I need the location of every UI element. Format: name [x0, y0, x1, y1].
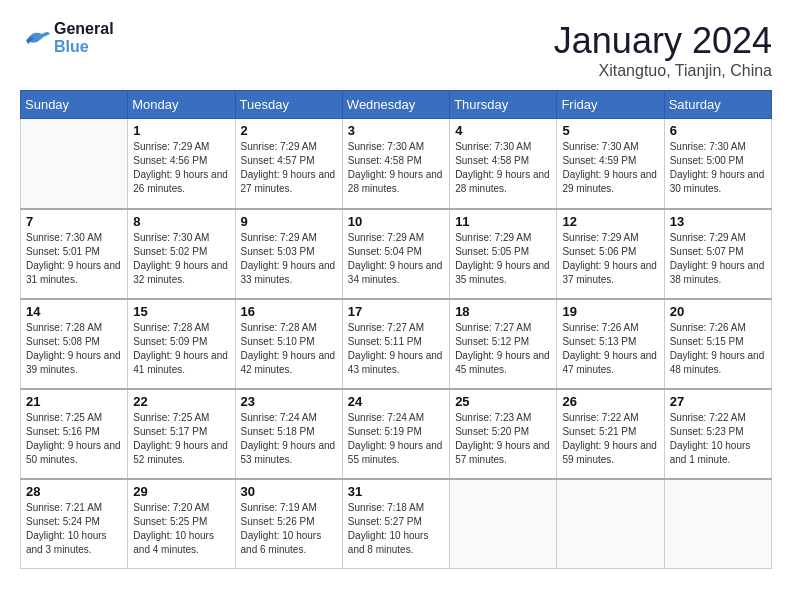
day-number: 31 [348, 484, 444, 499]
day-number: 13 [670, 214, 766, 229]
calendar-day-cell: 9 Sunrise: 7:29 AM Sunset: 5:03 PM Dayli… [235, 209, 342, 299]
day-info: Sunrise: 7:24 AM Sunset: 5:18 PM Dayligh… [241, 411, 337, 467]
day-info: Sunrise: 7:22 AM Sunset: 5:21 PM Dayligh… [562, 411, 658, 467]
weekday-header-row: SundayMondayTuesdayWednesdayThursdayFrid… [21, 91, 772, 119]
day-info: Sunrise: 7:30 AM Sunset: 5:02 PM Dayligh… [133, 231, 229, 287]
calendar-day-cell: 11 Sunrise: 7:29 AM Sunset: 5:05 PM Dayl… [450, 209, 557, 299]
day-number: 29 [133, 484, 229, 499]
day-number: 20 [670, 304, 766, 319]
day-number: 19 [562, 304, 658, 319]
day-number: 27 [670, 394, 766, 409]
day-info: Sunrise: 7:27 AM Sunset: 5:12 PM Dayligh… [455, 321, 551, 377]
day-info: Sunrise: 7:22 AM Sunset: 5:23 PM Dayligh… [670, 411, 766, 467]
day-info: Sunrise: 7:21 AM Sunset: 5:24 PM Dayligh… [26, 501, 122, 557]
day-info: Sunrise: 7:25 AM Sunset: 5:17 PM Dayligh… [133, 411, 229, 467]
day-info: Sunrise: 7:29 AM Sunset: 5:05 PM Dayligh… [455, 231, 551, 287]
day-info: Sunrise: 7:30 AM Sunset: 5:00 PM Dayligh… [670, 140, 766, 196]
weekday-header-wednesday: Wednesday [342, 91, 449, 119]
calendar-day-cell: 22 Sunrise: 7:25 AM Sunset: 5:17 PM Dayl… [128, 389, 235, 479]
day-info: Sunrise: 7:30 AM Sunset: 4:58 PM Dayligh… [348, 140, 444, 196]
day-info: Sunrise: 7:20 AM Sunset: 5:25 PM Dayligh… [133, 501, 229, 557]
day-number: 9 [241, 214, 337, 229]
day-number: 12 [562, 214, 658, 229]
calendar-day-cell: 29 Sunrise: 7:20 AM Sunset: 5:25 PM Dayl… [128, 479, 235, 569]
day-info: Sunrise: 7:29 AM Sunset: 5:06 PM Dayligh… [562, 231, 658, 287]
day-number: 30 [241, 484, 337, 499]
calendar-day-cell: 13 Sunrise: 7:29 AM Sunset: 5:07 PM Dayl… [664, 209, 771, 299]
day-info: Sunrise: 7:26 AM Sunset: 5:15 PM Dayligh… [670, 321, 766, 377]
calendar-table: SundayMondayTuesdayWednesdayThursdayFrid… [20, 90, 772, 569]
weekday-header-thursday: Thursday [450, 91, 557, 119]
calendar-day-cell: 21 Sunrise: 7:25 AM Sunset: 5:16 PM Dayl… [21, 389, 128, 479]
calendar-day-cell: 25 Sunrise: 7:23 AM Sunset: 5:20 PM Dayl… [450, 389, 557, 479]
calendar-day-cell: 14 Sunrise: 7:28 AM Sunset: 5:08 PM Dayl… [21, 299, 128, 389]
day-info: Sunrise: 7:19 AM Sunset: 5:26 PM Dayligh… [241, 501, 337, 557]
calendar-day-cell: 7 Sunrise: 7:30 AM Sunset: 5:01 PM Dayli… [21, 209, 128, 299]
day-number: 16 [241, 304, 337, 319]
day-number: 1 [133, 123, 229, 138]
month-title: January 2024 [554, 20, 772, 62]
day-number: 22 [133, 394, 229, 409]
day-info: Sunrise: 7:18 AM Sunset: 5:27 PM Dayligh… [348, 501, 444, 557]
day-info: Sunrise: 7:30 AM Sunset: 4:58 PM Dayligh… [455, 140, 551, 196]
day-info: Sunrise: 7:30 AM Sunset: 4:59 PM Dayligh… [562, 140, 658, 196]
day-number: 4 [455, 123, 551, 138]
calendar-week-row: 28 Sunrise: 7:21 AM Sunset: 5:24 PM Dayl… [21, 479, 772, 569]
weekday-header-sunday: Sunday [21, 91, 128, 119]
day-number: 21 [26, 394, 122, 409]
calendar-day-cell: 6 Sunrise: 7:30 AM Sunset: 5:00 PM Dayli… [664, 119, 771, 209]
day-number: 6 [670, 123, 766, 138]
weekday-header-monday: Monday [128, 91, 235, 119]
day-info: Sunrise: 7:29 AM Sunset: 5:07 PM Dayligh… [670, 231, 766, 287]
day-number: 14 [26, 304, 122, 319]
day-info: Sunrise: 7:28 AM Sunset: 5:08 PM Dayligh… [26, 321, 122, 377]
calendar-day-cell: 20 Sunrise: 7:26 AM Sunset: 5:15 PM Dayl… [664, 299, 771, 389]
day-info: Sunrise: 7:25 AM Sunset: 5:16 PM Dayligh… [26, 411, 122, 467]
calendar-day-cell: 17 Sunrise: 7:27 AM Sunset: 5:11 PM Dayl… [342, 299, 449, 389]
day-info: Sunrise: 7:24 AM Sunset: 5:19 PM Dayligh… [348, 411, 444, 467]
calendar-day-cell [664, 479, 771, 569]
day-number: 3 [348, 123, 444, 138]
day-info: Sunrise: 7:29 AM Sunset: 4:57 PM Dayligh… [241, 140, 337, 196]
logo-bird-icon [20, 26, 50, 50]
day-number: 7 [26, 214, 122, 229]
day-info: Sunrise: 7:23 AM Sunset: 5:20 PM Dayligh… [455, 411, 551, 467]
location: Xitangtuo, Tianjin, China [554, 62, 772, 80]
calendar-day-cell: 5 Sunrise: 7:30 AM Sunset: 4:59 PM Dayli… [557, 119, 664, 209]
calendar-day-cell [557, 479, 664, 569]
calendar-day-cell: 28 Sunrise: 7:21 AM Sunset: 5:24 PM Dayl… [21, 479, 128, 569]
calendar-day-cell: 15 Sunrise: 7:28 AM Sunset: 5:09 PM Dayl… [128, 299, 235, 389]
calendar-day-cell: 26 Sunrise: 7:22 AM Sunset: 5:21 PM Dayl… [557, 389, 664, 479]
calendar-day-cell: 1 Sunrise: 7:29 AM Sunset: 4:56 PM Dayli… [128, 119, 235, 209]
day-info: Sunrise: 7:29 AM Sunset: 4:56 PM Dayligh… [133, 140, 229, 196]
calendar-day-cell: 27 Sunrise: 7:22 AM Sunset: 5:23 PM Dayl… [664, 389, 771, 479]
day-number: 2 [241, 123, 337, 138]
calendar-day-cell: 18 Sunrise: 7:27 AM Sunset: 5:12 PM Dayl… [450, 299, 557, 389]
day-number: 23 [241, 394, 337, 409]
logo-text: General Blue [54, 20, 114, 56]
day-number: 18 [455, 304, 551, 319]
calendar-day-cell: 30 Sunrise: 7:19 AM Sunset: 5:26 PM Dayl… [235, 479, 342, 569]
day-info: Sunrise: 7:29 AM Sunset: 5:04 PM Dayligh… [348, 231, 444, 287]
calendar-day-cell: 23 Sunrise: 7:24 AM Sunset: 5:18 PM Dayl… [235, 389, 342, 479]
calendar-week-row: 21 Sunrise: 7:25 AM Sunset: 5:16 PM Dayl… [21, 389, 772, 479]
calendar-day-cell: 19 Sunrise: 7:26 AM Sunset: 5:13 PM Dayl… [557, 299, 664, 389]
logo: General Blue [20, 20, 114, 56]
calendar-day-cell: 3 Sunrise: 7:30 AM Sunset: 4:58 PM Dayli… [342, 119, 449, 209]
day-number: 25 [455, 394, 551, 409]
calendar-day-cell: 16 Sunrise: 7:28 AM Sunset: 5:10 PM Dayl… [235, 299, 342, 389]
calendar-day-cell: 4 Sunrise: 7:30 AM Sunset: 4:58 PM Dayli… [450, 119, 557, 209]
calendar-day-cell: 10 Sunrise: 7:29 AM Sunset: 5:04 PM Dayl… [342, 209, 449, 299]
calendar-week-row: 1 Sunrise: 7:29 AM Sunset: 4:56 PM Dayli… [21, 119, 772, 209]
day-number: 24 [348, 394, 444, 409]
weekday-header-tuesday: Tuesday [235, 91, 342, 119]
day-number: 5 [562, 123, 658, 138]
day-number: 11 [455, 214, 551, 229]
calendar-day-cell: 31 Sunrise: 7:18 AM Sunset: 5:27 PM Dayl… [342, 479, 449, 569]
day-number: 17 [348, 304, 444, 319]
page-header: General Blue January 2024 Xitangtuo, Tia… [20, 20, 772, 80]
calendar-day-cell: 24 Sunrise: 7:24 AM Sunset: 5:19 PM Dayl… [342, 389, 449, 479]
title-block: January 2024 Xitangtuo, Tianjin, China [554, 20, 772, 80]
day-info: Sunrise: 7:30 AM Sunset: 5:01 PM Dayligh… [26, 231, 122, 287]
calendar-day-cell [21, 119, 128, 209]
